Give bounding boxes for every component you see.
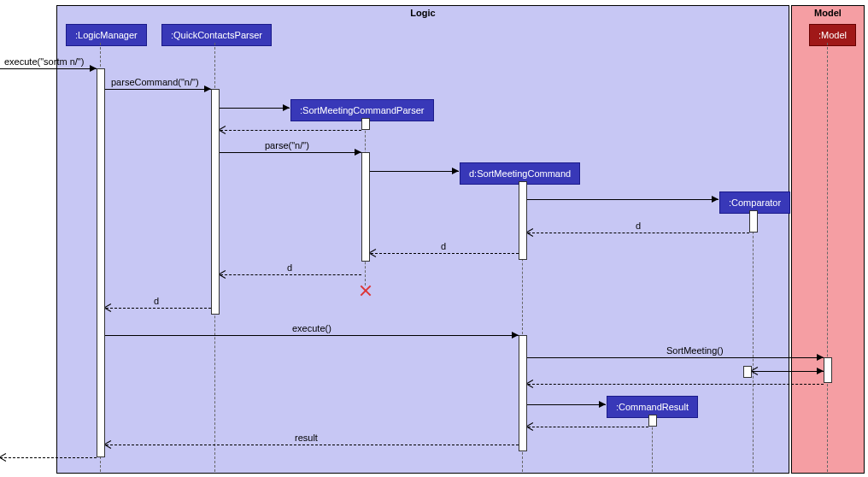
create-parser-return-arrow [220, 126, 228, 134]
d-return-command-label: d [441, 241, 446, 251]
create-result-message [527, 404, 606, 405]
d-return-comparator-label: d [636, 221, 641, 231]
sequence-diagram: Logic Model :LogicManager :QuickContacts… [0, 0, 868, 477]
d-return-comparator-arrow [527, 228, 536, 237]
sort-meeting-command-activation-2 [519, 335, 527, 451]
result-return-arrow [527, 422, 536, 431]
d-return-logic [106, 308, 211, 309]
sort-meeting-message [527, 357, 824, 358]
d-return-command [371, 253, 519, 254]
d-return-parser [220, 274, 361, 275]
model-frame: Model [791, 5, 865, 474]
parser-destroy-icon [359, 284, 372, 297]
parse-label: parse("n/") [265, 140, 309, 150]
d-return-comparator [528, 233, 749, 233]
result-return [528, 427, 648, 427]
create-comparator-message [527, 199, 718, 200]
execute-label: execute() [292, 323, 331, 333]
d-return-logic-arrow [105, 303, 114, 312]
execute-arrow [512, 332, 519, 339]
quick-contacts-parser-participant: :QuickContactsParser [161, 24, 272, 46]
logic-frame-label: Logic [57, 6, 789, 20]
command-result-activation [648, 415, 657, 427]
sort-meeting-arrow [817, 354, 824, 361]
final-return-arrow [0, 453, 9, 462]
logic-manager-participant: :LogicManager [66, 24, 147, 46]
execute-in-label: execute("sortm n/") [4, 56, 84, 67]
quick-contacts-parser-activation [211, 89, 220, 315]
d-return-command-arrow [370, 249, 378, 257]
parse-command-arrow [204, 85, 211, 92]
execute-in-arrow [90, 65, 97, 72]
model-internal-arrow-left [752, 367, 760, 375]
model-participant: :Model [809, 24, 856, 46]
create-result-arrow [599, 401, 606, 408]
create-command-arrow [452, 168, 459, 174]
model-internal-message [752, 371, 824, 372]
result-arrow [105, 440, 114, 449]
create-comparator-arrow [712, 196, 718, 203]
result-message [106, 445, 519, 445]
model-activation [824, 357, 832, 383]
sort-meeting-command-parser-activation-1 [361, 118, 370, 130]
create-parser-arrow [283, 104, 290, 111]
logic-manager-activation [97, 68, 105, 457]
d-return-parser-label: d [287, 262, 292, 273]
d-return-logic-label: d [154, 296, 159, 306]
model-frame-label: Model [792, 6, 864, 20]
model-return-arrow [527, 380, 536, 388]
create-command-message [370, 171, 459, 172]
model-stub-activation [743, 366, 752, 378]
model-internal-arrow-right [817, 368, 824, 374]
parse-message [220, 152, 361, 153]
create-parser-return [220, 130, 361, 131]
sort-meeting-label: SortMeeting() [666, 345, 724, 356]
comparator-activation [749, 210, 758, 233]
parse-arrow [355, 149, 361, 156]
model-return [528, 384, 824, 385]
comparator-lifeline [753, 210, 754, 472]
create-parser-message [220, 108, 290, 109]
parse-command-message [105, 89, 211, 90]
sort-meeting-command-activation-1 [519, 181, 527, 260]
final-return [0, 457, 97, 458]
result-label: result [295, 433, 318, 443]
d-return-parser-arrow [220, 270, 228, 279]
sort-meeting-command-parser-activation-2 [361, 152, 370, 262]
execute-in-message [0, 68, 97, 69]
execute-message [105, 335, 519, 336]
model-lifeline [827, 43, 828, 472]
parse-command-label: parseCommand("n/") [111, 77, 199, 87]
